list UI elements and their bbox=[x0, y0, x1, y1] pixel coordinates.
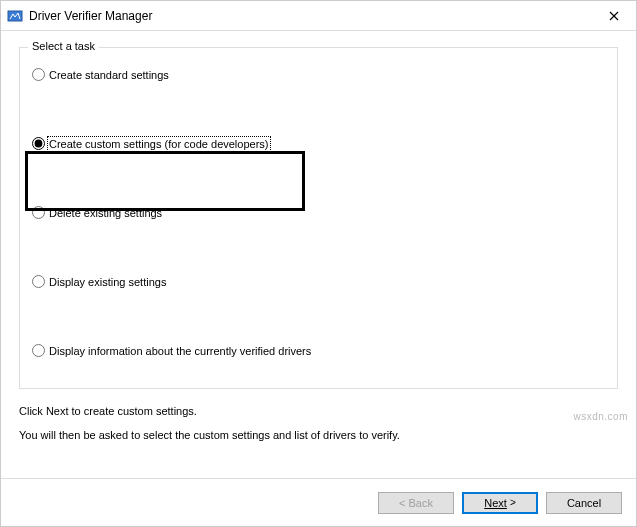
radio-label-info[interactable]: Display information about the currently … bbox=[49, 345, 311, 357]
radio-custom[interactable] bbox=[32, 137, 45, 150]
radio-label-standard[interactable]: Create standard settings bbox=[49, 69, 169, 81]
close-button[interactable] bbox=[594, 2, 634, 30]
next-button[interactable]: Next > bbox=[462, 492, 538, 514]
radio-row-delete[interactable]: Delete existing settings bbox=[32, 204, 605, 221]
window: Driver Verifier Manager Select a task Cr… bbox=[0, 0, 637, 527]
instruction-line-2: You will then be asked to select the cus… bbox=[19, 429, 618, 441]
back-button: < Back bbox=[378, 492, 454, 514]
group-legend: Select a task bbox=[28, 40, 99, 52]
radio-row-display[interactable]: Display existing settings bbox=[32, 273, 605, 290]
svg-rect-0 bbox=[8, 11, 22, 21]
chevron-right-icon: > bbox=[510, 497, 516, 508]
next-label-prefix: Next bbox=[484, 497, 507, 509]
radio-label-display[interactable]: Display existing settings bbox=[49, 276, 166, 288]
instruction-line-1: Click Next to create custom settings. bbox=[19, 405, 618, 417]
wizard-footer: < Back Next > Cancel bbox=[1, 478, 636, 526]
back-label: < Back bbox=[399, 497, 433, 509]
watermark-text: wsxdn.com bbox=[573, 411, 628, 422]
close-icon bbox=[609, 8, 619, 24]
radio-list: Create standard settings Create custom s… bbox=[32, 66, 605, 359]
radio-info[interactable] bbox=[32, 344, 45, 357]
titlebar: Driver Verifier Manager bbox=[1, 1, 636, 31]
radio-label-custom[interactable]: Create custom settings (for code develop… bbox=[49, 138, 269, 150]
radio-delete[interactable] bbox=[32, 206, 45, 219]
radio-row-info[interactable]: Display information about the currently … bbox=[32, 342, 605, 359]
instructions-block: Click Next to create custom settings. Yo… bbox=[19, 405, 618, 441]
radio-standard[interactable] bbox=[32, 68, 45, 81]
window-title: Driver Verifier Manager bbox=[29, 9, 594, 23]
cancel-label: Cancel bbox=[567, 497, 601, 509]
radio-display[interactable] bbox=[32, 275, 45, 288]
radio-row-custom[interactable]: Create custom settings (for code develop… bbox=[32, 135, 605, 152]
app-icon bbox=[7, 8, 23, 24]
radio-label-delete[interactable]: Delete existing settings bbox=[49, 207, 162, 219]
cancel-button[interactable]: Cancel bbox=[546, 492, 622, 514]
radio-row-standard[interactable]: Create standard settings bbox=[32, 66, 605, 83]
task-groupbox: Select a task Create standard settings C… bbox=[19, 47, 618, 389]
content-area: Select a task Create standard settings C… bbox=[1, 31, 636, 478]
